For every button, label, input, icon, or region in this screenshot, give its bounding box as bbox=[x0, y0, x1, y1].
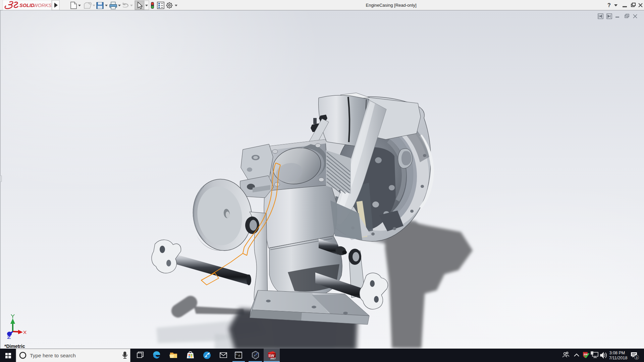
svg-text:?: ? bbox=[607, 2, 611, 8]
svg-text:C:\: C:\ bbox=[236, 353, 240, 356]
svg-text:SOLID: SOLID bbox=[19, 3, 35, 8]
svg-text:3:08 PM: 3:08 PM bbox=[609, 351, 625, 355]
svg-text:WORKS: WORKS bbox=[33, 3, 52, 8]
svg-text:2017: 2017 bbox=[270, 357, 276, 360]
svg-text:7/11/2018: 7/11/2018 bbox=[609, 356, 628, 360]
svg-text:Type here to search: Type here to search bbox=[30, 353, 76, 358]
svg-text:3: 3 bbox=[636, 356, 637, 359]
